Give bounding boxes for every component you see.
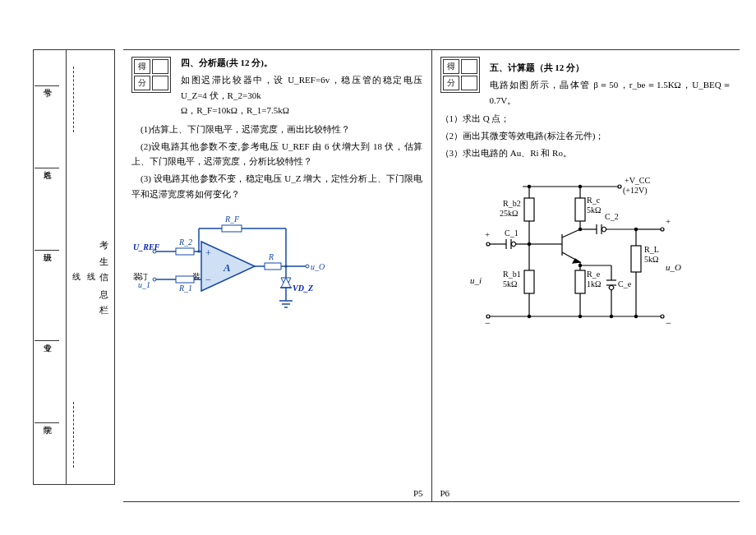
q5-sub2: （2）画出其微变等效电路(标注各元件)； — [440, 128, 732, 144]
svg-marker-42 — [573, 259, 580, 263]
field-id: 学号 — [35, 82, 59, 90]
label-uo: u_O — [311, 262, 325, 271]
svg-line-40 — [562, 229, 580, 238]
amplifier-circuit-svg: +V_CC (+12V) R_b2 25kΩ R_c 5kΩ C_2 R_L 5… — [465, 170, 679, 351]
label-Re: R_e — [587, 270, 601, 279]
svg-text:+: + — [205, 247, 211, 259]
label-Vcc: +V_CC — [625, 176, 651, 185]
svg-point-76 — [579, 186, 581, 188]
svg-rect-13 — [222, 225, 242, 232]
label-Rb2-val: 25kΩ — [500, 209, 518, 218]
page-number-p6: P6 — [440, 488, 450, 498]
binding-column: 考 生 信 息 栏 装 订 线 装 线 — [66, 49, 115, 485]
svg-rect-33 — [524, 198, 534, 221]
label-C1: C_1 — [505, 228, 519, 238]
svg-point-50 — [661, 228, 664, 231]
q5-intro: 电路如图所示，晶体管 β＝50，r_be＝1.5KΩ，U_BEQ＝0.7V。 — [490, 77, 732, 108]
label-Re-val: 1kΩ — [587, 279, 601, 288]
svg-point-79 — [610, 316, 612, 318]
svg-point-52 — [661, 315, 664, 318]
label-Rb1: R_b1 — [503, 270, 521, 279]
label-Rc-val: 5kΩ — [587, 205, 601, 214]
q5-sub3: （3）求出电路的 Au、Ri 和 Ro。 — [440, 145, 732, 161]
svg-rect-62 — [524, 270, 534, 293]
q4-title: 四、分析题(共 12 分)。 — [181, 57, 423, 69]
label-Rb2: R_b2 — [503, 199, 521, 208]
svg-point-72 — [528, 243, 530, 246]
svg-point-29 — [197, 250, 200, 252]
q5-circuit-diagram: +V_CC (+12V) R_b2 25kΩ R_c 5kΩ C_2 R_L 5… — [465, 170, 679, 351]
minus-in: − — [485, 317, 491, 329]
minus-out: − — [666, 317, 671, 329]
label-R2: R_2 — [178, 238, 192, 247]
label-Vcc-val: (+12V) — [623, 186, 648, 196]
svg-point-78 — [634, 316, 637, 318]
svg-rect-8 — [176, 276, 194, 283]
q5-title: 五、计算题（共 12 分） — [490, 62, 732, 74]
label-R: R — [268, 252, 274, 261]
label-Uref: U_REF — [133, 242, 160, 251]
q4-circuit-diagram: A + − R_2 U_REF R_1 u_1 — [131, 209, 320, 324]
label-u1: u_1 — [138, 280, 150, 289]
svg-point-19 — [306, 265, 309, 268]
dashed-line-bottom — [73, 402, 74, 468]
student-info-column: 学院 专业 班级 姓名 学号 — [35, 66, 64, 468]
plus-out: + — [666, 216, 671, 226]
svg-point-10 — [153, 278, 156, 281]
score-box: 得 分 — [131, 57, 171, 93]
svg-text:−: − — [205, 274, 211, 285]
q4-intro-line1: 如图迟滞比较器中，设 U_REF=6v，稳压管的稳定电压 U_Z=4 伏，R_2… — [181, 72, 423, 103]
opamp-circuit-svg: A + − R_2 U_REF R_1 u_1 — [131, 209, 320, 324]
q4-sub1: (1)估算上、下门限电平，迟滞宽度，画出比较特性？ — [131, 122, 423, 137]
label-Ce: C_e — [618, 279, 632, 288]
page-number-p5: P5 — [413, 488, 423, 498]
svg-rect-17 — [265, 263, 281, 270]
svg-point-81 — [528, 316, 530, 318]
label-R1: R_1 — [178, 284, 192, 293]
q5-sub1: （1）求出 Q 点； — [440, 111, 732, 127]
svg-point-31 — [618, 185, 621, 188]
q4-header: 得 分 四、分析题(共 12 分)。 如图迟滞比较器中，设 U_REF=6v，稳… — [131, 57, 423, 118]
label-RF: R_F — [224, 214, 240, 224]
svg-rect-4 — [176, 248, 194, 255]
field-college: 学院 — [35, 419, 59, 427]
svg-rect-54 — [575, 270, 585, 293]
svg-point-74 — [579, 265, 581, 267]
label-C2: C_2 — [605, 212, 619, 221]
label-ui: u_i — [470, 275, 482, 285]
svg-point-75 — [528, 186, 530, 188]
label-Rb1-val: 5kΩ — [503, 279, 517, 288]
svg-point-80 — [579, 316, 581, 318]
q4-intro-line2: Ω，R_F=10kΩ，R_1=7.5kΩ — [181, 103, 423, 118]
field-name: 姓名 — [35, 164, 59, 172]
plus-in: + — [485, 229, 490, 239]
svg-point-28 — [284, 265, 287, 267]
label-RL-val: 5kΩ — [644, 255, 658, 264]
label-VDz: VD_Z — [293, 284, 313, 293]
content-area: 得 分 四、分析题(共 12 分)。 如图迟滞比较器中，设 U_REF=6v，稳… — [123, 49, 740, 502]
dashed-line-top — [73, 67, 74, 132]
column-q5: 得 分 五、计算题（共 12 分） 电路如图所示，晶体管 β＝50，r_be＝1… — [432, 50, 740, 501]
svg-point-77 — [634, 228, 637, 231]
svg-point-73 — [579, 228, 581, 231]
field-major: 专业 — [35, 337, 59, 344]
label-Rc: R_c — [587, 196, 601, 205]
q4-sub3: (3) 设电路其他参数不变，稳定电压 U_Z 增大，定性分析上、下门限电平和迟滞… — [131, 171, 423, 201]
score-box: 得 分 — [440, 57, 480, 93]
label-RL: R_L — [644, 245, 659, 254]
label-uo: u_O — [666, 262, 681, 272]
q5-header: 得 分 五、计算题（共 12 分） 电路如图所示，晶体管 β＝50，r_be＝1… — [440, 57, 732, 108]
svg-rect-48 — [631, 246, 641, 272]
field-class: 班级 — [35, 247, 59, 254]
svg-rect-36 — [575, 198, 585, 221]
column-q4: 得 分 四、分析题(共 12 分)。 如图迟滞比较器中，设 U_REF=6v，稳… — [123, 50, 432, 501]
opamp-label: A — [223, 261, 231, 274]
svg-point-69 — [486, 242, 490, 246]
q4-sub2: (2)设电路其他参数不变,参考电压 U_REF 由 6 伏增大到 18 伏，估算… — [131, 139, 423, 169]
exam-page: 学院 专业 班级 姓名 学号 考 生 信 息 栏 装 订 线 装 线 得 分 — [0, 0, 756, 535]
